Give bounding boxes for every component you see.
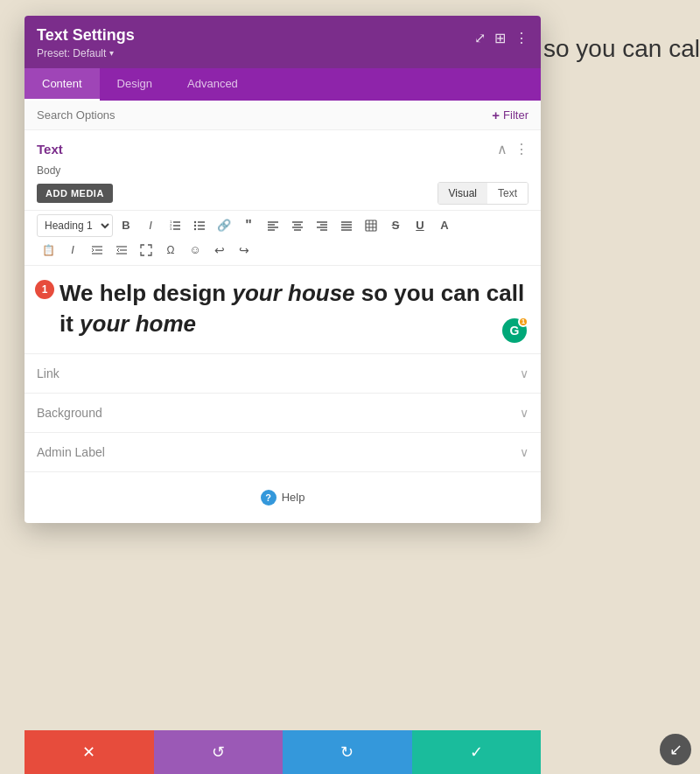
- expand-icon[interactable]: ⤢: [474, 30, 486, 46]
- modal-tabs: Content Design Advanced: [24, 68, 541, 101]
- redo-all-button[interactable]: ↻: [283, 730, 412, 774]
- align-left-button[interactable]: [262, 214, 284, 237]
- indent-button[interactable]: [86, 239, 108, 261]
- modal-header-icons: ⤢ ⊞ ⋮: [474, 30, 528, 46]
- background-section-header[interactable]: Background ∨: [24, 394, 541, 432]
- tab-advanced[interactable]: Advanced: [170, 68, 256, 101]
- grammarly-badge[interactable]: G 1: [502, 318, 527, 343]
- link-section-header[interactable]: Link ∨: [24, 354, 541, 393]
- svg-rect-28: [366, 220, 376, 231]
- modal-title: Text Settings: [37, 26, 135, 45]
- step-badge: 1: [35, 280, 54, 299]
- text-section-title: Text: [37, 142, 63, 157]
- reset-button[interactable]: ↺: [154, 730, 284, 774]
- editor-text-area[interactable]: 1 We help design your house so you can c…: [24, 266, 541, 353]
- ordered-list-button[interactable]: 1.2.3.: [164, 214, 186, 237]
- grammarly-g-icon: G: [510, 324, 520, 338]
- modal-window: Text Settings Preset: Default ▾ ⤢ ⊞ ⋮ Co…: [24, 16, 541, 523]
- italic-alt-button[interactable]: I: [61, 239, 84, 261]
- text-section-menu-icon[interactable]: ⋮: [514, 141, 528, 157]
- search-bar: + Filter: [24, 101, 541, 130]
- unordered-list-button[interactable]: [188, 214, 211, 237]
- undo-button[interactable]: ↩: [208, 239, 231, 261]
- visual-text-toggle: Visual Text: [438, 182, 528, 205]
- help-icon: ?: [261, 490, 276, 506]
- modal-preset[interactable]: Preset: Default ▾: [37, 47, 135, 59]
- admin-label-section-header[interactable]: Admin Label ∨: [24, 433, 541, 471]
- text-section-collapse-icon[interactable]: ∧: [497, 141, 508, 157]
- emoji-button[interactable]: ☺: [184, 239, 206, 261]
- link-section-title: Link: [37, 366, 60, 380]
- filter-button[interactable]: + Filter: [492, 108, 528, 122]
- svg-point-6: [194, 220, 196, 222]
- collapse-icon: ↙: [669, 740, 682, 759]
- link-button[interactable]: 🔗: [213, 214, 235, 237]
- svg-point-8: [194, 227, 196, 229]
- text-section: Text ∧ ⋮ Body ADD MEDIA Visual Text Head: [24, 130, 541, 354]
- italic-button[interactable]: I: [139, 214, 162, 237]
- outdent-button[interactable]: [110, 239, 133, 261]
- bold-button[interactable]: B: [115, 214, 137, 237]
- editor-toolbar-top: ADD MEDIA Visual Text: [24, 182, 541, 210]
- tab-design[interactable]: Design: [100, 68, 170, 101]
- align-center-button[interactable]: [286, 214, 309, 237]
- cancel-button[interactable]: ✕: [24, 730, 154, 774]
- help-section: ? Help: [24, 472, 541, 523]
- admin-label-section-title: Admin Label: [37, 445, 105, 459]
- text-section-controls: ∧ ⋮: [497, 141, 528, 157]
- format-toolbar: Heading 1 Heading 2 Heading 3 Paragraph …: [24, 210, 541, 266]
- svg-text:3.: 3.: [170, 227, 172, 231]
- preset-label: Preset: Default: [37, 47, 106, 59]
- modal-footer: ✕ ↺ ↻ ✓: [24, 730, 541, 774]
- justify-button[interactable]: [335, 214, 358, 237]
- table-button[interactable]: [360, 214, 382, 237]
- grammarly-notification: 1: [518, 317, 528, 327]
- modal-header-left: Text Settings Preset: Default ▾: [37, 26, 135, 59]
- admin-label-section-arrow: ∨: [520, 445, 528, 459]
- text-color-button[interactable]: A: [433, 214, 456, 237]
- floating-collapse-button[interactable]: ↙: [660, 734, 691, 765]
- more-options-icon[interactable]: ⋮: [514, 30, 528, 46]
- align-right-button[interactable]: [311, 214, 333, 237]
- redo-button[interactable]: ↪: [233, 239, 256, 261]
- help-label[interactable]: Help: [282, 491, 305, 504]
- add-media-button[interactable]: ADD MEDIA: [37, 184, 113, 203]
- editor-heading[interactable]: We help design your house so you can cal…: [60, 278, 528, 339]
- tab-content[interactable]: Content: [24, 68, 100, 101]
- svg-point-7: [194, 224, 196, 226]
- fullscreen-button[interactable]: [135, 239, 158, 261]
- text-section-header: Text ∧ ⋮: [24, 130, 541, 164]
- link-section-arrow: ∨: [520, 366, 528, 380]
- background-section: Background ∨: [24, 394, 541, 433]
- heading-select[interactable]: Heading 1 Heading 2 Heading 3 Paragraph: [37, 214, 113, 237]
- filter-label: Filter: [503, 108, 528, 122]
- filter-plus-icon: +: [492, 108, 500, 122]
- format-row-2: 📋 I Ω ☺ ↩ ↪: [37, 239, 528, 261]
- link-section: Link ∨: [24, 354, 541, 394]
- format-row-1: Heading 1 Heading 2 Heading 3 Paragraph …: [37, 214, 528, 237]
- search-input[interactable]: [37, 108, 492, 122]
- background-section-title: Background: [37, 406, 102, 420]
- visual-button[interactable]: Visual: [438, 183, 487, 204]
- special-chars-button[interactable]: Ω: [159, 239, 182, 261]
- preset-dropdown-arrow: ▾: [109, 48, 114, 58]
- columns-icon[interactable]: ⊞: [494, 30, 506, 46]
- underline-button[interactable]: U: [409, 214, 431, 237]
- blockquote-button[interactable]: ": [237, 214, 260, 237]
- save-button[interactable]: ✓: [412, 730, 542, 774]
- modal-header: Text Settings Preset: Default ▾ ⤢ ⊞ ⋮: [24, 16, 541, 68]
- modal-content: Text ∧ ⋮ Body ADD MEDIA Visual Text Head: [24, 130, 541, 523]
- text-button[interactable]: Text: [487, 183, 528, 204]
- strikethrough-button[interactable]: S: [384, 214, 407, 237]
- admin-label-section: Admin Label ∨: [24, 433, 541, 472]
- paste-button[interactable]: 📋: [37, 239, 60, 261]
- body-label: Body: [24, 164, 541, 182]
- background-section-arrow: ∨: [520, 406, 528, 420]
